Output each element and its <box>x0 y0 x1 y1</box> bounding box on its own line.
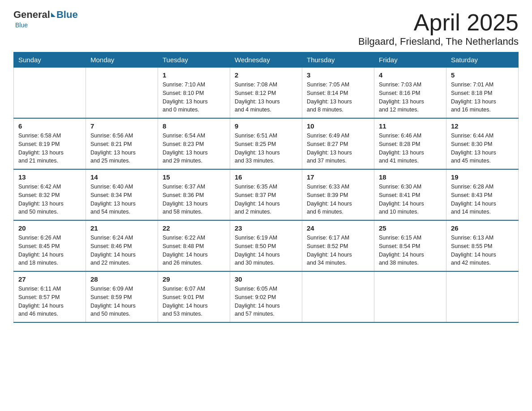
day-info: Sunrise: 6:28 AMSunset: 8:43 PMDaylight:… <box>451 183 514 216</box>
day-number: 12 <box>451 122 514 130</box>
day-number: 13 <box>18 173 81 181</box>
calendar-cell: 12Sunrise: 6:44 AMSunset: 8:30 PMDayligh… <box>446 118 519 169</box>
day-number: 17 <box>307 173 369 181</box>
day-number: 22 <box>163 224 225 232</box>
day-number: 28 <box>90 275 153 283</box>
day-info: Sunrise: 6:17 AMSunset: 8:52 PMDaylight:… <box>307 234 369 267</box>
day-info: Sunrise: 7:10 AMSunset: 8:10 PMDaylight:… <box>163 81 225 114</box>
day-number: 11 <box>379 122 442 130</box>
day-info: Sunrise: 6:19 AMSunset: 8:50 PMDaylight:… <box>235 234 297 267</box>
calendar-cell: 5Sunrise: 7:01 AMSunset: 8:18 PMDaylight… <box>446 68 519 119</box>
day-info: Sunrise: 6:51 AMSunset: 8:25 PMDaylight:… <box>235 132 297 165</box>
header-wednesday: Wednesday <box>230 52 302 68</box>
logo-blue-text: Blue <box>56 9 78 21</box>
day-number: 26 <box>451 224 514 232</box>
calendar-week-row: 20Sunrise: 6:26 AMSunset: 8:45 PMDayligh… <box>14 220 519 271</box>
calendar-cell: 9Sunrise: 6:51 AMSunset: 8:25 PMDaylight… <box>230 118 302 169</box>
calendar-cell: 7Sunrise: 6:56 AMSunset: 8:21 PMDaylight… <box>86 118 158 169</box>
day-number: 21 <box>90 224 153 232</box>
calendar-cell: 4Sunrise: 7:03 AMSunset: 8:16 PMDaylight… <box>374 68 446 119</box>
calendar-cell: 1Sunrise: 7:10 AMSunset: 8:10 PMDaylight… <box>158 68 230 119</box>
calendar-cell <box>14 68 86 119</box>
day-number: 9 <box>235 122 297 130</box>
day-info: Sunrise: 7:05 AMSunset: 8:14 PMDaylight:… <box>307 81 369 114</box>
calendar-cell: 26Sunrise: 6:13 AMSunset: 8:55 PMDayligh… <box>446 220 519 271</box>
day-info: Sunrise: 6:40 AMSunset: 8:34 PMDaylight:… <box>90 183 153 216</box>
header-friday: Friday <box>374 52 446 68</box>
page-header: General Blue Blue April 2025 Bilgaard, F… <box>13 9 519 47</box>
day-number: 15 <box>163 173 225 181</box>
calendar-cell <box>446 271 519 322</box>
day-number: 8 <box>163 122 225 130</box>
calendar-cell: 8Sunrise: 6:54 AMSunset: 8:23 PMDaylight… <box>158 118 230 169</box>
day-info: Sunrise: 6:07 AMSunset: 9:01 PMDaylight:… <box>163 285 225 318</box>
title-block: April 2025 Bilgaard, Friesland, The Neth… <box>358 9 519 47</box>
day-number: 10 <box>307 122 369 130</box>
day-info: Sunrise: 6:49 AMSunset: 8:27 PMDaylight:… <box>307 132 369 165</box>
calendar-cell: 24Sunrise: 6:17 AMSunset: 8:52 PMDayligh… <box>302 220 374 271</box>
day-number: 14 <box>90 173 153 181</box>
day-number: 4 <box>379 71 442 79</box>
day-number: 27 <box>18 275 81 283</box>
day-number: 24 <box>307 224 369 232</box>
day-info: Sunrise: 6:22 AMSunset: 8:48 PMDaylight:… <box>163 234 225 267</box>
day-number: 7 <box>90 122 153 130</box>
calendar-cell: 21Sunrise: 6:24 AMSunset: 8:46 PMDayligh… <box>86 220 158 271</box>
day-number: 2 <box>235 71 297 79</box>
day-info: Sunrise: 6:26 AMSunset: 8:45 PMDaylight:… <box>18 234 81 267</box>
calendar-title: April 2025 <box>358 9 519 36</box>
header-thursday: Thursday <box>302 52 374 68</box>
day-info: Sunrise: 6:44 AMSunset: 8:30 PMDaylight:… <box>451 132 514 165</box>
calendar-cell: 15Sunrise: 6:37 AMSunset: 8:36 PMDayligh… <box>158 169 230 220</box>
calendar-cell: 18Sunrise: 6:30 AMSunset: 8:41 PMDayligh… <box>374 169 446 220</box>
day-number: 3 <box>307 71 369 79</box>
calendar-table: SundayMondayTuesdayWednesdayThursdayFrid… <box>13 52 519 323</box>
day-number: 20 <box>18 224 81 232</box>
day-number: 6 <box>18 122 81 130</box>
day-info: Sunrise: 6:33 AMSunset: 8:39 PMDaylight:… <box>307 183 369 216</box>
day-number: 29 <box>163 275 225 283</box>
day-number: 18 <box>379 173 442 181</box>
day-info: Sunrise: 6:05 AMSunset: 9:02 PMDaylight:… <box>235 285 297 318</box>
day-info: Sunrise: 6:54 AMSunset: 8:23 PMDaylight:… <box>163 132 225 165</box>
calendar-cell: 27Sunrise: 6:11 AMSunset: 8:57 PMDayligh… <box>14 271 86 322</box>
calendar-cell: 16Sunrise: 6:35 AMSunset: 8:37 PMDayligh… <box>230 169 302 220</box>
day-number: 19 <box>451 173 514 181</box>
calendar-cell: 22Sunrise: 6:22 AMSunset: 8:48 PMDayligh… <box>158 220 230 271</box>
header-sunday: Sunday <box>14 52 86 68</box>
day-number: 23 <box>235 224 297 232</box>
day-info: Sunrise: 6:15 AMSunset: 8:54 PMDaylight:… <box>379 234 442 267</box>
logo-arrow-icon <box>51 13 56 17</box>
calendar-cell: 6Sunrise: 6:58 AMSunset: 8:19 PMDaylight… <box>14 118 86 169</box>
day-number: 5 <box>451 71 514 79</box>
day-info: Sunrise: 6:46 AMSunset: 8:28 PMDaylight:… <box>379 132 442 165</box>
calendar-week-row: 13Sunrise: 6:42 AMSunset: 8:32 PMDayligh… <box>14 169 519 220</box>
day-number: 25 <box>379 224 442 232</box>
day-info: Sunrise: 6:24 AMSunset: 8:46 PMDaylight:… <box>90 234 153 267</box>
calendar-cell: 13Sunrise: 6:42 AMSunset: 8:32 PMDayligh… <box>14 169 86 220</box>
calendar-cell <box>86 68 158 119</box>
calendar-cell: 30Sunrise: 6:05 AMSunset: 9:02 PMDayligh… <box>230 271 302 322</box>
day-info: Sunrise: 6:09 AMSunset: 8:59 PMDaylight:… <box>90 285 153 318</box>
calendar-cell: 10Sunrise: 6:49 AMSunset: 8:27 PMDayligh… <box>302 118 374 169</box>
day-info: Sunrise: 6:56 AMSunset: 8:21 PMDaylight:… <box>90 132 153 165</box>
day-info: Sunrise: 6:58 AMSunset: 8:19 PMDaylight:… <box>18 132 81 165</box>
day-info: Sunrise: 7:03 AMSunset: 8:16 PMDaylight:… <box>379 81 442 114</box>
header-monday: Monday <box>86 52 158 68</box>
day-info: Sunrise: 6:11 AMSunset: 8:57 PMDaylight:… <box>18 285 81 318</box>
header-saturday: Saturday <box>446 52 519 68</box>
header-tuesday: Tuesday <box>158 52 230 68</box>
day-info: Sunrise: 6:13 AMSunset: 8:55 PMDaylight:… <box>451 234 514 267</box>
calendar-week-row: 1Sunrise: 7:10 AMSunset: 8:10 PMDaylight… <box>14 68 519 119</box>
calendar-cell: 29Sunrise: 6:07 AMSunset: 9:01 PMDayligh… <box>158 271 230 322</box>
logo-subtitle: Blue <box>15 21 28 29</box>
logo: General Blue Blue <box>13 9 78 29</box>
calendar-cell <box>302 271 374 322</box>
calendar-cell: 20Sunrise: 6:26 AMSunset: 8:45 PMDayligh… <box>14 220 86 271</box>
calendar-subtitle: Bilgaard, Friesland, The Netherlands <box>358 36 519 47</box>
day-number: 30 <box>235 275 297 283</box>
calendar-week-row: 6Sunrise: 6:58 AMSunset: 8:19 PMDaylight… <box>14 118 519 169</box>
calendar-cell: 3Sunrise: 7:05 AMSunset: 8:14 PMDaylight… <box>302 68 374 119</box>
calendar-header-row: SundayMondayTuesdayWednesdayThursdayFrid… <box>14 52 519 68</box>
day-info: Sunrise: 7:08 AMSunset: 8:12 PMDaylight:… <box>235 81 297 114</box>
